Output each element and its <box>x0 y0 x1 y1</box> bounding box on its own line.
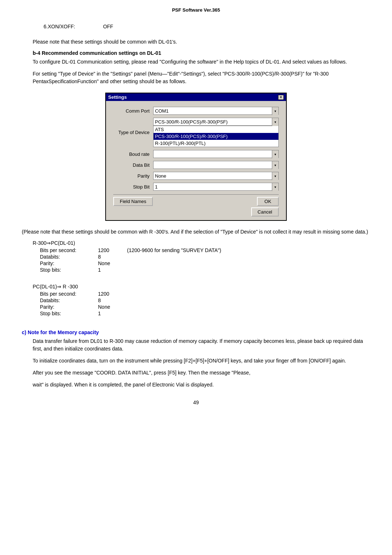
data-bit-value <box>154 164 278 166</box>
pc-val-1: 8 <box>98 297 127 303</box>
dialog-body: Comm Port COM1 ▼ Type of Device PCS-300/… <box>106 101 286 220</box>
pc-row-0: Bits per second: 1200 <box>33 291 370 297</box>
pc-val-2: None <box>98 304 127 310</box>
b4-para2: For setting "Type of Device" in the "Set… <box>33 70 370 85</box>
dialog-footer-right: OK Cancel <box>251 197 279 216</box>
r300-val-3: 1 <box>98 267 127 273</box>
comm-port-row: Comm Port COM1 ▼ <box>113 107 279 115</box>
dialog-close-button[interactable]: × <box>278 95 284 100</box>
pc-key-3: Stop bits: <box>40 311 98 316</box>
dropdown-item-ats[interactable]: ATS <box>154 126 278 133</box>
data-bit-label: Data Bit <box>113 162 153 168</box>
page-header: PSF Software Ver.365 <box>22 7 370 13</box>
pc-row-1: Databits: 8 <box>33 297 370 303</box>
r300-key-3: Stop bits: <box>40 267 98 273</box>
r300-val-0: 1200 <box>98 247 127 253</box>
dialog-titlebar: Settings × <box>106 93 286 101</box>
c-text1: Data transfer failure from DL01 to R-300… <box>33 337 370 353</box>
header-title: PSF Software Ver.365 <box>172 7 220 13</box>
xon-xoff-label: 6.XON/XOFF: <box>44 24 102 29</box>
r300-key-0: Bits per second: <box>40 247 98 253</box>
pc-title: PC(DL-01)⇒ R -300 <box>33 284 370 289</box>
c-text2: To initialize coordinates data, turn on … <box>33 357 370 365</box>
parity-label: Parity <box>113 173 153 179</box>
b4-heading: b-4 Recommended communication settings o… <box>33 50 370 56</box>
type-device-dropdown: ATS PCS-300/R-100(PCS)/R-300(PSF) R-100(… <box>153 126 279 147</box>
pc-val-3: 1 <box>98 311 127 316</box>
r300-row-1: Databits: 8 <box>33 254 370 260</box>
dialog-title: Settings <box>108 94 127 100</box>
parity-row: Parity None ▼ <box>113 172 279 180</box>
r300-section: R-300⇒PC(DL-01) Bits per second: 1200 (1… <box>33 240 370 273</box>
data-bit-select[interactable]: ▼ <box>153 161 279 169</box>
xon-xoff-line: 6.XON/XOFF: OFF <box>44 24 370 29</box>
r300-title: R-300⇒PC(DL-01) <box>33 240 370 246</box>
dropdown-item-pcs300[interactable]: PCS-300/R-100(PCS)/R-300(PSF) <box>154 133 278 140</box>
parity-control: None ▼ <box>153 172 279 180</box>
dialog-container: Settings × Comm Port COM1 ▼ Type of Devi… <box>22 93 370 221</box>
stop-bit-control: 1 ▼ <box>153 183 279 191</box>
comm-port-arrow[interactable]: ▼ <box>272 107 278 115</box>
parity-select[interactable]: None ▼ <box>153 172 279 180</box>
boud-rate-select[interactable]: ▼ <box>153 150 279 158</box>
data-bit-arrow[interactable]: ▼ <box>272 161 278 169</box>
pc-section: PC(DL-01)⇒ R -300 Bits per second: 1200 … <box>33 284 370 316</box>
parity-value: None <box>154 173 278 179</box>
r300-key-2: Parity: <box>40 260 98 266</box>
dialog-footer: Field Names OK Cancel <box>113 194 279 216</box>
dropdown-item-r100ptl[interactable]: R-100(PTL)/R-300(PTL) <box>154 140 278 147</box>
stop-bit-select[interactable]: 1 ▼ <box>153 183 279 191</box>
boud-rate-label: Boud rate <box>113 151 153 157</box>
type-device-control: PCS-300/R-100(PCS)/R-300(PSF) ▼ ATS PCS-… <box>153 118 279 147</box>
boud-rate-value <box>154 153 278 155</box>
type-device-select[interactable]: PCS-300/R-100(PCS)/R-300(PSF) ▼ <box>153 118 279 126</box>
type-device-arrow[interactable]: ▼ <box>272 118 278 126</box>
type-device-row: Type of Device PCS-300/R-100(PCS)/R-300(… <box>113 118 279 147</box>
r300-row-3: Stop bits: 1 <box>33 267 370 273</box>
comm-port-label: Comm Port <box>113 108 153 114</box>
boud-rate-control: ▼ <box>153 150 279 158</box>
pc-row-3: Stop bits: 1 <box>33 311 370 316</box>
r300-note-0: (1200-9600 for sending "SURVEY DATA") <box>127 247 221 253</box>
c-section: c) Note for the Memory capacity Data tra… <box>22 329 370 389</box>
data-bit-row: Data Bit ▼ <box>113 161 279 169</box>
r300-val-1: 8 <box>98 254 127 260</box>
c-heading: c) Note for the Memory capacity <box>22 329 370 335</box>
common-note2: (Please note that these settings should … <box>22 228 370 236</box>
c-text4: wait" is displayed. When it is completed… <box>33 381 370 389</box>
boud-rate-arrow[interactable]: ▼ <box>272 150 278 158</box>
field-names-button[interactable]: Field Names <box>113 197 153 206</box>
common-note: Please note that these settings should b… <box>33 38 370 46</box>
boud-rate-row: Boud rate ▼ <box>113 150 279 158</box>
comm-port-select[interactable]: COM1 ▼ <box>153 107 279 115</box>
page-number: 49 <box>22 400 370 405</box>
comm-port-control: COM1 ▼ <box>153 107 279 115</box>
r300-key-1: Databits: <box>40 254 98 260</box>
xon-xoff-value: OFF <box>103 24 113 29</box>
r300-row-0: Bits per second: 1200 (1200-9600 for sen… <box>33 247 370 253</box>
r300-row-2: Parity: None <box>33 260 370 266</box>
type-device-value: PCS-300/R-100(PCS)/R-300(PSF) <box>154 118 278 125</box>
parity-arrow[interactable]: ▼ <box>272 172 278 180</box>
pc-key-0: Bits per second: <box>40 291 98 297</box>
settings-dialog: Settings × Comm Port COM1 ▼ Type of Devi… <box>105 93 287 221</box>
ok-button[interactable]: OK <box>257 197 279 206</box>
stop-bit-row: Stop Bit 1 ▼ <box>113 183 279 191</box>
stop-bit-arrow[interactable]: ▼ <box>272 183 278 191</box>
c-text3: After you see the message "COORD. DATA I… <box>33 369 370 377</box>
cancel-button[interactable]: Cancel <box>251 207 279 216</box>
r300-val-2: None <box>98 260 127 266</box>
stop-bit-label: Stop Bit <box>113 184 153 190</box>
data-bit-control: ▼ <box>153 161 279 169</box>
pc-key-1: Databits: <box>40 297 98 303</box>
b4-para1: To configure DL-01 Communication setting… <box>33 58 370 66</box>
type-device-label: Type of Device <box>113 130 153 135</box>
stop-bit-value: 1 <box>154 183 278 190</box>
pc-key-2: Parity: <box>40 304 98 310</box>
pc-val-0: 1200 <box>98 291 127 297</box>
comm-port-value: COM1 <box>154 108 278 114</box>
pc-row-2: Parity: None <box>33 304 370 310</box>
